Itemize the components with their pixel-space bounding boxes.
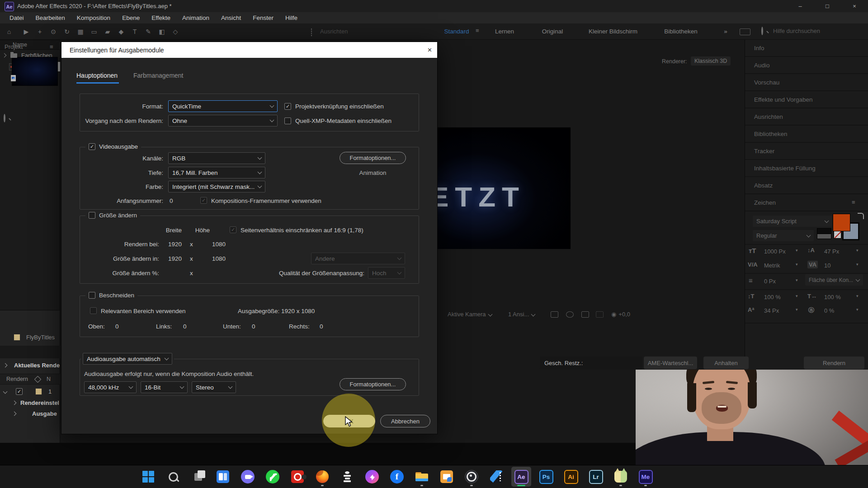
- post-render-select[interactable]: Ohne: [168, 115, 278, 127]
- media-encoder-icon[interactable]: Me: [636, 467, 656, 487]
- close-button[interactable]: ×: [844, 0, 864, 12]
- render-height: 1080: [176, 241, 226, 248]
- video-format-options-button[interactable]: Formatoptionen...: [340, 152, 406, 164]
- project-link-label: Projektverknüpfung einschließen: [295, 103, 384, 110]
- aspect-label: Seitenverhältnis einschränken auf 16:9 (…: [241, 227, 363, 234]
- format-label: Format:: [80, 103, 163, 110]
- tab-hauptoptionen[interactable]: Hauptoptionen: [76, 72, 118, 79]
- render-item-checkbox[interactable]: ✓: [16, 388, 23, 395]
- start-number-label: Anfangsnummer:: [80, 197, 163, 204]
- color-select[interactable]: Integriert (mit Schwarz mask...: [168, 181, 265, 192]
- expand-icon[interactable]: [12, 411, 17, 416]
- minimize-button[interactable]: –: [790, 0, 810, 12]
- start-button[interactable]: [138, 467, 158, 487]
- menu-effekte[interactable]: Effekte: [146, 14, 176, 21]
- menu-datei[interactable]: Datei: [4, 14, 30, 21]
- resize-quality-label: Qualität der Größenanpassung:: [267, 270, 364, 277]
- video-output-checkbox[interactable]: ✓: [89, 143, 95, 150]
- video-output-group: ✓ Videoausgabe Kanäle: RGB Formatoptione…: [80, 147, 419, 210]
- cat-app-icon[interactable]: [611, 467, 631, 487]
- render-item-row[interactable]: ✓ 1: [0, 385, 60, 397]
- queue-column-headers: Rendern N: [0, 374, 60, 385]
- output-module-row[interactable]: Ausgabe: [0, 408, 60, 419]
- post-render-label: Vorgang nach dem Rendern:: [80, 117, 163, 124]
- queue-comp-row[interactable]: FlyByTitles: [0, 330, 60, 344]
- photoshop-icon[interactable]: Ps: [536, 467, 556, 487]
- screen-mirror-icon[interactable]: [437, 467, 457, 487]
- audio-note: Audioausgabe erfolgt nur, wenn die Kompo…: [84, 371, 254, 377]
- menu-animation[interactable]: Animation: [176, 14, 215, 21]
- facebook-icon[interactable]: f: [387, 467, 407, 487]
- menu-ebene[interactable]: Ebene: [116, 14, 146, 21]
- render-button[interactable]: Rendern: [804, 357, 864, 369]
- project-link-checkbox[interactable]: ✓: [284, 103, 291, 110]
- menu-komposition[interactable]: Komposition: [71, 14, 116, 21]
- obs-icon[interactable]: [462, 467, 481, 487]
- queue-spacer: [0, 346, 60, 358]
- skeleton-app-icon[interactable]: [337, 467, 357, 487]
- person-face: [693, 370, 750, 429]
- label-column-icon[interactable]: [34, 375, 42, 383]
- channels-label: Kanäle:: [80, 155, 163, 162]
- menu-ansicht[interactable]: Ansicht: [215, 14, 247, 21]
- sample-rate-select[interactable]: 48,000 kHz: [84, 381, 137, 393]
- resize-to-label: Größe ändern in:: [80, 255, 159, 262]
- depth-select[interactable]: 16,7 Mill. Farben: [168, 167, 265, 178]
- taskbar: f Ae Ps Ai Lr Me: [0, 465, 868, 488]
- format-select[interactable]: QuickTime: [168, 100, 278, 112]
- pause-button[interactable]: Anhalten: [703, 357, 749, 369]
- maximize-button[interactable]: □: [817, 0, 837, 12]
- window-title: Adobe After Effects 2020 - F:\After Effe…: [17, 3, 172, 9]
- after-effects-taskbar-icon[interactable]: Ae: [511, 467, 531, 487]
- menu-bearbeiten[interactable]: Bearbeiten: [30, 14, 71, 21]
- video-chat-icon[interactable]: [238, 467, 258, 487]
- audio-channels-select[interactable]: Stereo: [192, 381, 236, 393]
- render-settings-row[interactable]: Rendereinstel: [0, 397, 60, 408]
- lightroom-icon[interactable]: Lr: [586, 467, 606, 487]
- expand-icon[interactable]: [12, 400, 17, 405]
- video-output-legend: ✓ Videoausgabe: [85, 143, 141, 150]
- illustrator-icon[interactable]: Ai: [561, 467, 581, 487]
- whatsapp-icon[interactable]: [263, 467, 283, 487]
- video-editor-icon[interactable]: [486, 467, 506, 487]
- widgets-icon[interactable]: [213, 467, 233, 487]
- render-column-header[interactable]: Rendern: [6, 376, 28, 382]
- firefox-icon[interactable]: [312, 467, 332, 487]
- crop-checkbox[interactable]: ✓: [89, 292, 95, 299]
- after-effects-window: Ae Adobe After Effects 2020 - F:\After E…: [0, 0, 868, 488]
- audio-mode-select[interactable]: Audioausgabe automatisch: [83, 353, 172, 365]
- audio-group: Audioausgabe automatisch Audioausgabe er…: [80, 359, 419, 396]
- crop-bottom-label: Unten:: [223, 323, 241, 330]
- file-explorer-icon[interactable]: [412, 467, 432, 487]
- collapse-icon[interactable]: [3, 389, 8, 394]
- messenger-icon[interactable]: [362, 467, 382, 487]
- taskbar-search-icon[interactable]: [163, 467, 183, 487]
- item-color-swatch[interactable]: [35, 388, 42, 395]
- render-at-label: Rendern bei:: [80, 241, 159, 248]
- name-column-header[interactable]: N: [47, 376, 51, 382]
- crop-bottom-value: 0: [252, 323, 255, 330]
- times-sign: x: [190, 270, 193, 277]
- dialog-close-icon[interactable]: ×: [422, 42, 437, 58]
- cancel-button[interactable]: Abbrechen: [380, 415, 430, 427]
- audio-format-options-button[interactable]: Formatoptionen...: [340, 378, 406, 390]
- comp-frame-checkbox: ✓: [200, 197, 207, 204]
- screen-recorder-icon[interactable]: [288, 467, 307, 487]
- menu-bar: Datei Bearbeiten Komposition Ebene Effek…: [0, 12, 868, 23]
- resize-checkbox[interactable]: ✓: [89, 212, 95, 219]
- bit-depth-select[interactable]: 16-Bit: [141, 381, 188, 393]
- tab-farbmanagement[interactable]: Farbmanagement: [133, 72, 184, 79]
- expand-icon[interactable]: [3, 363, 8, 367]
- dialog-title: Einstellungen für Ausgabemodule: [70, 47, 164, 54]
- ame-queue-button[interactable]: AME-Warteschl...: [644, 357, 697, 369]
- task-view-icon[interactable]: [188, 467, 208, 487]
- xmp-checkbox[interactable]: ✓: [284, 117, 291, 124]
- menu-fenster[interactable]: Fenster: [247, 14, 279, 21]
- menu-hilfe[interactable]: Hilfe: [279, 14, 303, 21]
- format-group: Format: QuickTime ✓ Projektverknüpfung e…: [80, 94, 419, 131]
- current-render-row[interactable]: Aktuelles Rende: [0, 359, 60, 371]
- height-header: Höhe: [176, 227, 210, 234]
- channels-select[interactable]: RGB: [168, 152, 265, 164]
- aspect-checkbox: ✓: [230, 226, 236, 233]
- label-color-swatch[interactable]: [14, 334, 20, 341]
